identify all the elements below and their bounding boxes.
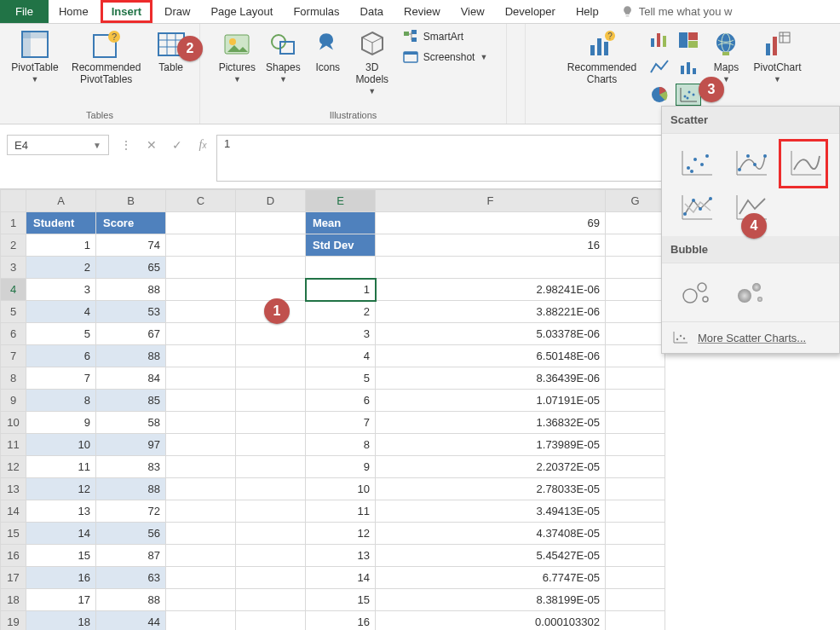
smartart-button[interactable]: SmartArt bbox=[400, 27, 492, 46]
fx-button[interactable]: fx bbox=[191, 135, 215, 155]
scatter-markers-option[interactable] bbox=[676, 146, 716, 180]
fx-cancel-button[interactable]: ✕ bbox=[140, 135, 164, 155]
cell-D11[interactable] bbox=[236, 434, 306, 456]
pivottable-button[interactable]: PivotTable▼ bbox=[8, 27, 61, 85]
cell-D12[interactable] bbox=[236, 456, 306, 478]
fx-spill-button[interactable]: ⋮ bbox=[114, 135, 138, 155]
cell-B11[interactable]: 97 bbox=[96, 434, 166, 456]
cell-A4[interactable]: 3 bbox=[26, 279, 96, 301]
name-box[interactable]: E4 ▼ bbox=[7, 135, 109, 155]
cell-F4[interactable]: 2.98241E-06 bbox=[376, 279, 606, 301]
cell-D2[interactable] bbox=[236, 234, 306, 257]
cell-C10[interactable] bbox=[166, 412, 236, 434]
row-header-3[interactable]: 3 bbox=[1, 257, 26, 279]
statistic-chart-button[interactable] bbox=[676, 56, 701, 78]
cell-B5[interactable]: 53 bbox=[96, 301, 166, 323]
cell-D16[interactable] bbox=[236, 545, 306, 567]
cell-B18[interactable]: 88 bbox=[96, 589, 166, 611]
cell-D14[interactable] bbox=[236, 500, 306, 523]
cell-F15[interactable]: 4.37408E-05 bbox=[376, 523, 606, 545]
grid[interactable]: A B C D E F G 1StudentScoreMean692174Std… bbox=[0, 189, 665, 630]
row-header-12[interactable]: 12 bbox=[1, 456, 26, 478]
cell-A11[interactable]: 10 bbox=[26, 434, 96, 456]
cell-E15[interactable]: 12 bbox=[306, 523, 376, 545]
cell-C18[interactable] bbox=[166, 589, 236, 611]
cell-B13[interactable]: 88 bbox=[96, 478, 166, 500]
cell-F7[interactable]: 6.50148E-06 bbox=[376, 345, 606, 367]
cell-B15[interactable]: 56 bbox=[96, 523, 166, 545]
cell-B14[interactable]: 72 bbox=[96, 500, 166, 523]
cell-C16[interactable] bbox=[166, 545, 236, 567]
select-all-corner[interactable] bbox=[1, 190, 26, 212]
cell-A16[interactable]: 15 bbox=[26, 545, 96, 567]
cell-E6[interactable]: 3 bbox=[306, 323, 376, 345]
cell-E8[interactable]: 5 bbox=[306, 367, 376, 390]
cell-A7[interactable]: 6 bbox=[26, 345, 96, 367]
cell-B6[interactable]: 67 bbox=[96, 323, 166, 345]
cell-E16[interactable]: 13 bbox=[306, 545, 376, 567]
tab-help[interactable]: Help bbox=[566, 0, 609, 23]
cell-E4[interactable]: 1 bbox=[306, 279, 376, 301]
cell-C19[interactable] bbox=[166, 611, 236, 631]
row-header-5[interactable]: 5 bbox=[1, 301, 26, 323]
cell-A12[interactable]: 11 bbox=[26, 456, 96, 478]
cell-A19[interactable]: 18 bbox=[26, 611, 96, 631]
3d-models-button[interactable]: 3D Models▼ bbox=[352, 27, 393, 97]
tab-view[interactable]: View bbox=[451, 0, 495, 23]
cell-F17[interactable]: 6.7747E-05 bbox=[376, 567, 606, 589]
cell-D15[interactable] bbox=[236, 523, 306, 545]
cell-E10[interactable]: 7 bbox=[306, 412, 376, 434]
tab-review[interactable]: Review bbox=[394, 0, 451, 23]
bubble-option[interactable] bbox=[676, 275, 716, 309]
cell-B17[interactable]: 63 bbox=[96, 567, 166, 589]
cell-B9[interactable]: 85 bbox=[96, 390, 166, 412]
cell-D1[interactable] bbox=[236, 212, 306, 234]
cell-F12[interactable]: 2.20372E-05 bbox=[376, 456, 606, 478]
cell-D7[interactable] bbox=[236, 345, 306, 367]
cell-G15[interactable] bbox=[606, 523, 665, 545]
icons-button[interactable]: Icons bbox=[308, 27, 348, 75]
row-header-15[interactable]: 15 bbox=[1, 523, 26, 545]
cell-E7[interactable]: 4 bbox=[306, 345, 376, 367]
pivotchart-button[interactable]: PivotChart▼ bbox=[750, 27, 804, 85]
col-C[interactable]: C bbox=[166, 190, 236, 212]
cell-D3[interactable] bbox=[236, 257, 306, 279]
cell-B19[interactable]: 44 bbox=[96, 611, 166, 631]
cell-F18[interactable]: 8.38199E-05 bbox=[376, 589, 606, 611]
cell-C2[interactable] bbox=[166, 234, 236, 257]
row-header-11[interactable]: 11 bbox=[1, 434, 26, 456]
cell-C3[interactable] bbox=[166, 257, 236, 279]
cell-F9[interactable]: 1.07191E-05 bbox=[376, 390, 606, 412]
cell-E5[interactable]: 2 bbox=[306, 301, 376, 323]
cell-D9[interactable] bbox=[236, 390, 306, 412]
cell-B12[interactable]: 83 bbox=[96, 456, 166, 478]
cell-G6[interactable] bbox=[606, 323, 665, 345]
scatter-chart-button[interactable] bbox=[676, 84, 701, 106]
cell-B16[interactable]: 87 bbox=[96, 545, 166, 567]
cell-G3[interactable] bbox=[606, 257, 665, 279]
tab-insert[interactable]: Insert bbox=[101, 0, 152, 23]
cell-G4[interactable] bbox=[606, 279, 665, 301]
cell-G5[interactable] bbox=[606, 301, 665, 323]
cell-E14[interactable]: 11 bbox=[306, 500, 376, 523]
cell-C15[interactable] bbox=[166, 523, 236, 545]
cell-F11[interactable]: 1.73989E-05 bbox=[376, 434, 606, 456]
col-E[interactable]: E bbox=[306, 190, 376, 212]
row-header-19[interactable]: 19 bbox=[1, 611, 26, 631]
cell-A8[interactable]: 7 bbox=[26, 367, 96, 390]
cell-F19[interactable]: 0.000103302 bbox=[376, 611, 606, 631]
cell-G13[interactable] bbox=[606, 478, 665, 500]
col-D[interactable]: D bbox=[236, 190, 306, 212]
row-header-10[interactable]: 10 bbox=[1, 412, 26, 434]
cell-A3[interactable]: 2 bbox=[26, 257, 96, 279]
cell-E12[interactable]: 9 bbox=[306, 456, 376, 478]
row-header-14[interactable]: 14 bbox=[1, 500, 26, 523]
pictures-button[interactable]: Pictures▼ bbox=[216, 27, 259, 85]
cell-C13[interactable] bbox=[166, 478, 236, 500]
fx-accept-button[interactable]: ✓ bbox=[165, 135, 189, 155]
cell-F8[interactable]: 8.36439E-06 bbox=[376, 367, 606, 390]
cell-F5[interactable]: 3.88221E-06 bbox=[376, 301, 606, 323]
tab-home[interactable]: Home bbox=[49, 0, 99, 23]
cell-A5[interactable]: 4 bbox=[26, 301, 96, 323]
cell-E18[interactable]: 15 bbox=[306, 589, 376, 611]
